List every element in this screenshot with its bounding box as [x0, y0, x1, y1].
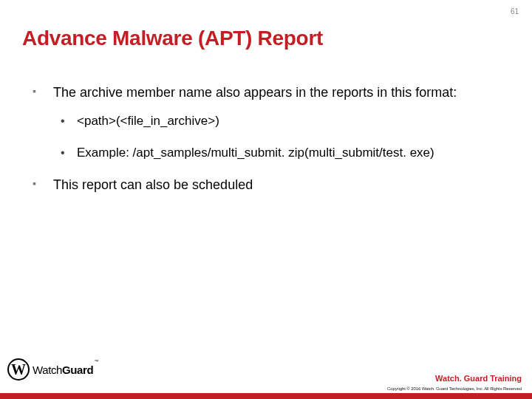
slide-title: Advance Malware (APT) Report — [22, 27, 323, 50]
footer: W WatchGuard™ Watch. Guard Training Copy… — [0, 356, 532, 399]
logo-mark-icon: W — [7, 358, 30, 381]
footer-red-bar — [0, 393, 532, 399]
bullet-item: This report can also be scheduled — [31, 175, 510, 194]
sub-bullet-text: <path>(<file_in_archive>) — [77, 114, 219, 128]
page-number: 61 — [511, 7, 519, 16]
logo-word-part2: Guard — [62, 364, 93, 376]
training-label: Watch. Guard Training — [435, 374, 522, 383]
content-area: The archive member name also appears in … — [31, 83, 510, 205]
sub-bullet-item: Example: /apt_samples/multi_submit. zip(… — [58, 144, 510, 163]
logo-word-part1: Watch — [33, 364, 62, 376]
sub-bullet-item: <path>(<file_in_archive>) — [58, 112, 510, 131]
bullet-item: The archive member name also appears in … — [31, 83, 510, 162]
trademark-symbol: ™ — [94, 359, 98, 364]
logo-wordmark: WatchGuard™ — [33, 364, 98, 376]
copyright-text: Copyright © 2016 Watch. Guard Technologi… — [0, 386, 532, 393]
bullet-text: The archive member name also appears in … — [53, 85, 457, 100]
logo-letter: W — [11, 362, 26, 377]
sub-bullet-text: Example: /apt_samples/multi_submit. zip(… — [77, 146, 434, 160]
bullet-text: This report can also be scheduled — [53, 177, 253, 192]
slide: 61 Advance Malware (APT) Report The arch… — [0, 0, 532, 399]
footer-top-row: W WatchGuard™ Watch. Guard Training — [0, 356, 532, 386]
watchguard-logo: W WatchGuard™ — [7, 356, 118, 383]
